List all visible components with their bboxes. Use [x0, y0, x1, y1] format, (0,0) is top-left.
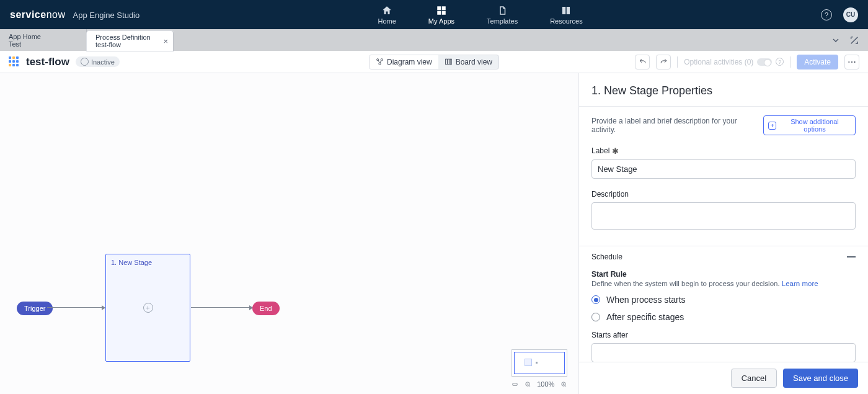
panel-body: Provide a label and brief description fo… [579, 106, 868, 362]
stage-node[interactable]: 1. New Stage + [105, 254, 190, 362]
templates-icon [497, 5, 508, 16]
starts-after-label: Starts after [591, 331, 856, 339]
tab-process-title: Process Definition [95, 34, 164, 41]
nav-my-apps[interactable]: My Apps [425, 2, 458, 27]
board-view-label: Board view [456, 58, 492, 66]
tab-app-home-sub: Test [9, 40, 78, 48]
tab-app-home[interactable]: App Home Test [0, 29, 87, 51]
show-additional-options-button[interactable]: Show additional options [763, 115, 856, 135]
nav-home[interactable]: Home [374, 2, 399, 27]
radio-when-label: When process starts [606, 295, 686, 305]
board-view-icon [445, 58, 453, 66]
main-area: Trigger 1. New Stage + End 100% 1. New [0, 73, 868, 394]
radio-icon [591, 295, 600, 304]
flow-toolbar: test-flow Inactive Diagram view Board vi… [0, 51, 868, 73]
svg-rect-2 [437, 11, 441, 14]
panel-footer: Cancel Save and close [579, 362, 868, 394]
starts-after-input[interactable] [591, 343, 856, 362]
description-input[interactable] [591, 202, 856, 230]
end-node[interactable]: End [252, 302, 280, 315]
top-nav: servicenow App Engine Studio Home My App… [0, 0, 868, 29]
svg-rect-7 [445, 59, 447, 65]
brand: servicenow App Engine Studio [10, 9, 140, 20]
close-tab-icon[interactable]: × [163, 37, 168, 46]
label-field: Label✱ [591, 146, 856, 179]
nav-resources-label: Resources [550, 17, 583, 25]
svg-rect-0 [437, 6, 441, 10]
start-rule-desc: Define when the system will begin to pro… [591, 280, 856, 287]
tab-process-definition[interactable]: Process Definition test-flow × [87, 31, 174, 51]
schedule-header-row[interactable]: Schedule [579, 246, 868, 267]
expand-icon[interactable] [849, 35, 859, 45]
collapse-icon[interactable] [847, 256, 856, 257]
activate-button[interactable]: Activate [797, 55, 838, 69]
nav-resources[interactable]: Resources [546, 2, 587, 27]
flow-icon [9, 56, 20, 68]
panel-help-row: Provide a label and brief description fo… [591, 115, 856, 135]
svg-rect-10 [513, 383, 517, 385]
svg-rect-1 [442, 6, 446, 10]
radio-after-label: After specific stages [606, 312, 684, 322]
nav-center: Home My Apps Templates Resources [140, 2, 821, 27]
home-icon [381, 5, 392, 16]
nav-home-label: Home [378, 17, 396, 25]
minimap-node [536, 362, 538, 364]
chevron-down-icon[interactable] [831, 35, 841, 45]
resources-icon [560, 5, 572, 16]
svg-rect-3 [442, 11, 446, 14]
separator [677, 56, 678, 68]
schedule-section: Start Rule Define when the system will b… [579, 267, 868, 362]
zoom-out-icon[interactable] [525, 381, 531, 388]
more-menu-button[interactable]: ⋯ [844, 55, 859, 69]
view-toggle: Diagram view Board view [369, 55, 499, 69]
description-field-label: Description [591, 190, 856, 199]
svg-rect-8 [448, 59, 450, 65]
add-activity-button[interactable]: + [143, 303, 153, 313]
stage-node-title: 1. New Stage [106, 254, 190, 271]
connector [191, 307, 252, 308]
cancel-button[interactable]: Cancel [731, 369, 777, 388]
diagram-view-icon [376, 58, 384, 66]
radio-after-specific-stages[interactable]: After specific stages [591, 312, 856, 322]
nav-right: ? CU [821, 7, 858, 22]
minimap-viewport [514, 352, 565, 374]
connector [47, 307, 104, 308]
brand-logo: servicenow [10, 9, 66, 20]
starts-after-field: Starts after [591, 331, 856, 362]
nav-my-apps-label: My Apps [428, 17, 454, 25]
tab-app-home-title: App Home [9, 33, 78, 40]
optional-activities-toggle[interactable] [757, 58, 772, 66]
diagram-canvas[interactable]: Trigger 1. New Stage + End 100% [0, 73, 578, 394]
zoom-handle-icon[interactable] [512, 381, 518, 388]
apps-grid-icon [436, 5, 447, 16]
redo-button[interactable] [656, 55, 671, 69]
tabstrip-controls [831, 29, 868, 51]
start-rule-title: Start Rule [591, 270, 856, 279]
zoom-controls: 100% [512, 377, 567, 388]
diagram-view-label: Diagram view [387, 58, 432, 66]
board-view-button[interactable]: Board view [438, 55, 498, 69]
brand-product: App Engine Studio [73, 11, 140, 20]
separator [790, 56, 790, 68]
nav-templates[interactable]: Templates [483, 2, 521, 27]
label-input[interactable] [591, 159, 856, 179]
redo-icon [660, 58, 668, 66]
info-icon[interactable]: ? [776, 58, 784, 66]
flow-title: test-flow [26, 56, 69, 68]
panel-section-main: Provide a label and brief description fo… [579, 107, 868, 246]
avatar[interactable]: CU [843, 7, 858, 22]
diagram-view-button[interactable]: Diagram view [370, 55, 438, 69]
panel-title: 1. New Stage Properties [579, 73, 868, 106]
help-button[interactable]: ? [821, 9, 832, 20]
trigger-node[interactable]: Trigger [17, 302, 53, 315]
save-and-close-button[interactable]: Save and close [783, 369, 858, 388]
tab-process-sub: test-flow [95, 41, 164, 48]
learn-more-link[interactable]: Learn more [782, 280, 818, 287]
radio-when-process-starts[interactable]: When process starts [591, 295, 856, 305]
radio-icon [591, 313, 600, 321]
description-field: Description [591, 190, 856, 232]
minimap[interactable] [512, 349, 567, 377]
zoom-in-icon[interactable] [560, 381, 567, 388]
undo-button[interactable] [635, 55, 650, 69]
nav-templates-label: Templates [487, 17, 518, 25]
